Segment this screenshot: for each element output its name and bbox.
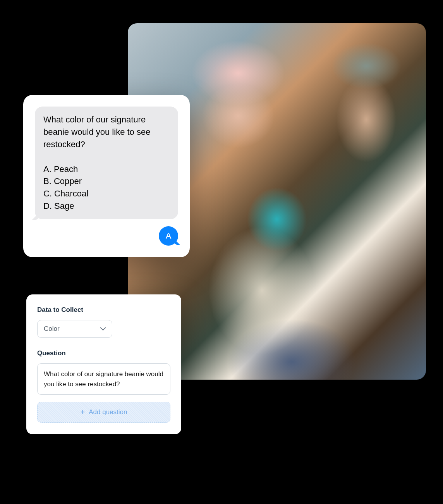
plus-icon: +: [81, 408, 85, 416]
question-builder-card: Data to Collect Color Question What colo…: [26, 294, 181, 434]
chat-bubble-incoming: What color of our signature beanie would…: [35, 107, 178, 219]
data-to-collect-select[interactable]: Color: [37, 320, 112, 338]
add-question-button[interactable]: + Add question: [37, 402, 170, 423]
question-input[interactable]: What color of our signature beanie would…: [37, 363, 170, 395]
question-label: Question: [37, 349, 170, 357]
chevron-down-icon: [100, 326, 106, 332]
chat-bubble-outgoing: A: [159, 226, 178, 246]
data-to-collect-label: Data to Collect: [37, 306, 170, 314]
add-question-label: Add question: [89, 408, 127, 416]
select-value: Color: [44, 325, 60, 333]
chat-preview-card: What color of our signature beanie would…: [23, 95, 190, 257]
